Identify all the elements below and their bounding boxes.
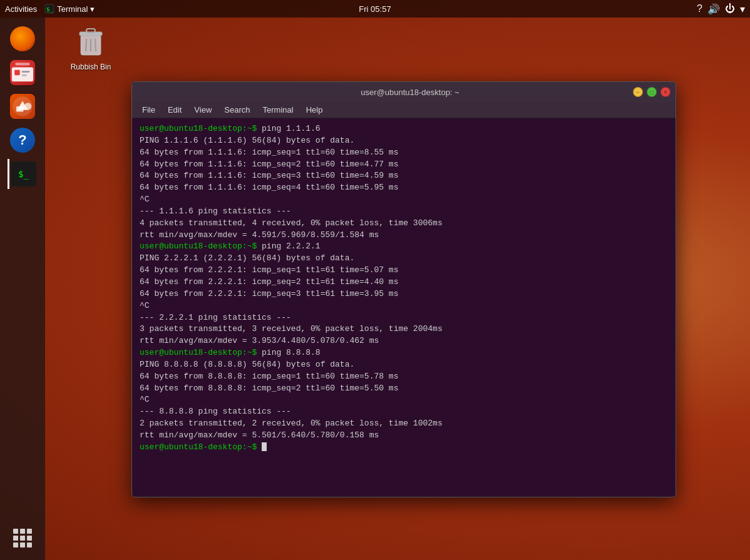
svg-rect-6	[16, 63, 30, 65]
terminal-dock-icon: $_	[11, 161, 36, 186]
menu-file[interactable]: File	[137, 104, 160, 116]
power-icon[interactable]: ⏻	[725, 3, 735, 14]
menu-edit[interactable]: Edit	[163, 104, 187, 116]
show-applications-button[interactable]	[13, 529, 32, 547]
topbar: Activities $_ Terminal ▾ Fri 05:57 ? 🔊 ⏻…	[0, 0, 750, 18]
svg-rect-4	[22, 71, 30, 73]
terminal-text: user@ubuntu18-desktop:~$ ping 1.1.1.6 PI…	[140, 123, 668, 454]
menu-help[interactable]: Help	[301, 104, 328, 116]
firefox-icon	[10, 26, 35, 51]
terminal-menu-bar: File Edit View Search Terminal Help	[132, 102, 676, 118]
sidebar-dock: ? $_	[0, 18, 45, 560]
terminal-titlebar: user@ubuntu18-desktop: ~ − □ ×	[132, 82, 676, 102]
svg-point-8	[24, 103, 31, 109]
menu-search[interactable]: Search	[219, 104, 255, 116]
grid-dots-icon	[13, 529, 32, 547]
trash-bin-icon	[76, 24, 106, 59]
minimize-button[interactable]: −	[633, 87, 643, 97]
rubbish-bin-desktop-icon[interactable]: Rubbish Bin	[66, 24, 116, 71]
sidebar-item-appstore[interactable]	[8, 91, 38, 121]
menu-view[interactable]: View	[189, 104, 217, 116]
window-controls: − □ ×	[633, 87, 670, 97]
svg-rect-16	[86, 29, 95, 33]
svg-rect-5	[22, 74, 28, 76]
rubbish-bin-label: Rubbish Bin	[71, 63, 111, 71]
topbar-app-menu[interactable]: $_ Terminal ▾	[44, 4, 95, 14]
topbar-clock: Fri 05:57	[359, 4, 391, 14]
system-arrow-icon[interactable]: ▾	[740, 3, 745, 15]
activities-button[interactable]: Activities	[5, 4, 37, 14]
close-button[interactable]: ×	[660, 87, 670, 97]
terminal-menu-icon: $_	[44, 4, 54, 14]
svg-rect-9	[16, 106, 23, 112]
menu-terminal[interactable]: Terminal	[258, 104, 299, 116]
sidebar-item-firefox[interactable]	[8, 24, 38, 54]
app-menu-arrow: ▾	[90, 4, 95, 14]
terminal-output[interactable]: user@ubuntu18-desktop:~$ ping 1.1.1.6 PI…	[132, 118, 676, 497]
svg-line-12	[86, 39, 86, 51]
maximize-button[interactable]: □	[647, 87, 657, 97]
sidebar-item-help[interactable]: ?	[8, 125, 38, 155]
svg-line-14	[95, 39, 96, 51]
sidebar-item-software-center[interactable]	[8, 58, 38, 88]
terminal-window-title: user@ubuntu18-desktop: ~	[187, 88, 633, 97]
svg-rect-3	[14, 70, 20, 76]
app-name-label: Terminal	[57, 4, 88, 14]
question-icon[interactable]: ?	[697, 3, 702, 14]
svg-text:$_: $_	[46, 6, 53, 13]
terminal-window: user@ubuntu18-desktop: ~ − □ × File Edit…	[131, 81, 676, 497]
help-icon: ?	[10, 128, 35, 153]
software-center-icon	[10, 60, 35, 85]
topbar-right: ? 🔊 ⏻ ▾	[697, 3, 745, 15]
topbar-left: Activities $_ Terminal ▾	[5, 4, 95, 14]
appstore-icon	[10, 94, 35, 119]
volume-icon[interactable]: 🔊	[707, 3, 720, 15]
sidebar-item-terminal[interactable]: $_	[8, 159, 38, 189]
